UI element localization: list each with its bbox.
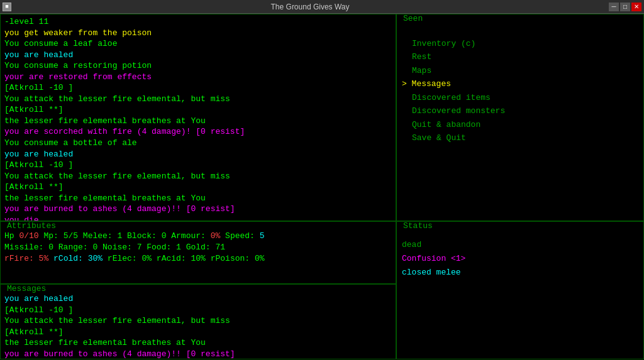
menu-item[interactable]: > Messages [402, 77, 638, 90]
log-line: You attack the lesser fire elemental, bu… [4, 171, 392, 182]
messages-panel: Messages you are healed[Atkroll -10 ]You… [0, 284, 396, 359]
log-line: [Atkroll -10 ] [4, 160, 392, 171]
menu-item[interactable]: Inventory (c) [402, 37, 638, 50]
game-layout: -level 11you get weaker from the poisonY… [0, 14, 644, 360]
log-line: -level 11 [4, 16, 392, 28]
log-line: [Atkroll **] [4, 104, 392, 116]
attr-line-2: Missile: 0 Range: 0 Noise: 7 Food: 1 Gol… [4, 242, 392, 253]
menu-item[interactable]: Save & Quit [402, 131, 638, 145]
log-line: [Atkroll **] [4, 182, 392, 193]
message-line: You attack the lesser fire elemental, bu… [4, 315, 392, 327]
close-button[interactable]: ✕ [631, 3, 641, 11]
messages-panel-title: Messages [6, 284, 47, 293]
message-line: [Atkroll **] [4, 327, 392, 338]
attributes-content: Hp 0/10 Mp: 5/5 Melee: 1 Block: 0 Armour… [4, 231, 392, 265]
title-bar: ■ The Ground Gives Way ─ □ ✕ [0, 0, 644, 14]
title-bar-left: ■ [3, 3, 11, 11]
menu-item[interactable]: Maps [402, 64, 638, 77]
maximize-button[interactable]: □ [620, 3, 630, 11]
log-line: you are healed [4, 149, 392, 160]
log-line: you are scorched with fire (4 damage)! [… [4, 126, 392, 138]
log-line: you are burned to ashes (4 damage)!! [0 … [4, 204, 392, 215]
window-controls[interactable]: ─ □ ✕ [609, 3, 641, 11]
log-line: [Atkroll -10 ] [4, 82, 392, 94]
messages-content: you are healed[Atkroll -10 ]You attack t… [4, 293, 392, 359]
attr-line-1: Hp 0/10 Mp: 5/5 Melee: 1 Block: 0 Armour… [4, 231, 392, 242]
menu-item[interactable]: Discovered items [402, 91, 638, 104]
minimize-button[interactable]: ─ [609, 3, 619, 11]
log-line: You attack the lesser fire elemental, bu… [4, 94, 392, 105]
status-panel: Status deadConfusion <1>closed melee [396, 221, 644, 359]
message-line: you are healed [4, 293, 392, 305]
seen-menu: Inventory (c)RestMaps> MessagesDiscovere… [402, 25, 638, 145]
main-log-panel: -level 11you get weaker from the poisonY… [0, 14, 396, 221]
log-line: you are healed [4, 50, 392, 61]
log-line: You consume a leaf aloe [4, 38, 392, 50]
attributes-panel-title: Attributes [6, 221, 57, 231]
main-log-content: -level 11you get weaker from the poisonY… [4, 16, 392, 221]
log-line: the lesser fire elemental breathes at Yo… [4, 116, 392, 127]
log-line: You consume a bottle of ale [4, 138, 392, 149]
message-line: you are burned to ashes (4 damage)!! [0 … [4, 349, 392, 359]
log-line: you die... [4, 215, 392, 221]
log-line: the lesser fire elemental breathes at Yo… [4, 193, 392, 204]
app-icon: ■ [3, 3, 11, 11]
status-panel-title: Status [402, 221, 434, 231]
window-title: The Ground Gives Way [11, 3, 609, 11]
attributes-panel: Attributes Hp 0/10 Mp: 5/5 Melee: 1 Bloc… [0, 221, 396, 284]
menu-item[interactable]: Quit & abandon [402, 118, 638, 131]
message-line: [Atkroll -10 ] [4, 305, 392, 316]
status-item: dead [402, 238, 638, 252]
log-line: you get weaker from the poison [4, 28, 392, 39]
menu-item[interactable]: Rest [402, 50, 638, 63]
status-item: closed melee [402, 266, 638, 280]
log-line: your are restored from effects [4, 72, 392, 83]
status-content: deadConfusion <1>closed melee [402, 232, 638, 280]
message-line: the lesser fire elemental breathes at Yo… [4, 337, 392, 349]
status-item: Confusion <1> [402, 252, 638, 266]
seen-panel-title: Seen [402, 14, 424, 23]
attr-line-3: rFire: 5% rCold: 30% rElec: 0% rAcid: 10… [4, 253, 392, 265]
seen-panel: Seen Inventory (c)RestMaps> MessagesDisc… [396, 14, 644, 221]
menu-item[interactable]: Discovered monsters [402, 104, 638, 117]
log-line: You consume a restoring potion [4, 60, 392, 72]
